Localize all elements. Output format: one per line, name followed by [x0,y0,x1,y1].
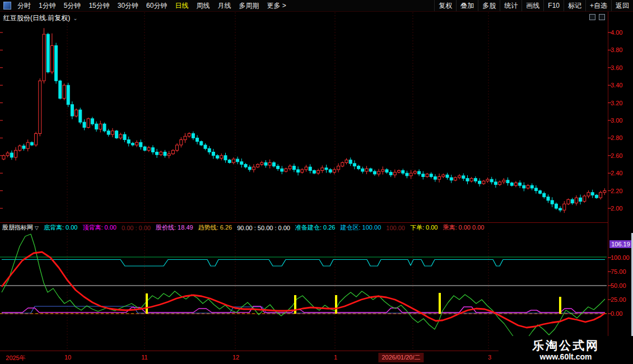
watermark: 乐淘公式网 www.60lt.com [499,336,633,364]
menu-item[interactable]: 15分钟 [85,0,113,11]
indicator-name[interactable]: 股朋指标网 ▽ [2,223,39,232]
date-label: 12 [232,354,239,361]
app-icon[interactable] [3,2,11,10]
menu-item[interactable]: 多周期 [235,0,263,11]
chart-title-row: 红豆股份(日线.前复权) ⌄ [3,13,78,23]
menu-item[interactable]: 5分钟 [60,0,85,11]
menu-item[interactable]: 画线 [522,0,543,11]
indicator-value: 建仓区: 100.00 [341,223,381,232]
indicator-name-label: 股朋指标网 [2,223,33,232]
menu-item[interactable]: 30分钟 [114,0,142,11]
menu-item[interactable]: 返回 [611,0,633,11]
indicator-value: 股价线: 18.49 [156,223,193,232]
indicator-header: 股朋指标网 ▽ 底背离: 0.00顶背离: 0.000.00 : 0.00股价线… [2,223,606,232]
indicator-value: 趋势线: 6.26 [198,223,232,232]
watermark-site-name: 乐淘公式网 [532,339,599,352]
menu-item[interactable]: 日线 [171,0,192,11]
menu-item[interactable]: 月线 [213,0,235,11]
indicator-axis: 106.19 100.0075.0050.0025.000.00 [609,0,633,364]
indicator-value: 底背离: 0.00 [44,223,78,232]
menu-item[interactable]: 复权 [434,0,456,11]
menu-item[interactable]: 统计 [500,0,522,11]
date-label: 11 [141,354,147,361]
date-label: 3 [488,354,491,361]
menu-item[interactable]: 1分钟 [35,0,60,11]
indicator-value: 下单: 0.00 [410,223,438,232]
indicator-value: 100.00 [386,225,405,231]
date-label: 1 [334,354,337,361]
pane-icons [589,14,605,20]
date-label: 2025年 [6,354,25,362]
indicator-axis-label: 25.00 [611,296,626,303]
menu-item[interactable]: 60分钟 [142,0,171,11]
chevron-down-icon[interactable]: ⌄ [73,15,77,21]
menu-item[interactable]: 叠加 [456,0,478,11]
menu-item[interactable]: 分时 [13,0,35,11]
indicator-value: 90.00 : 50.00 : 0.00 [237,225,290,231]
menu-item[interactable]: F10 [543,0,564,11]
menu-item[interactable]: 标记 [564,0,585,11]
indicator-value: 顶背离: 0.00 [82,223,117,232]
indicator-axis-label: 50.00 [611,282,626,289]
indicator-axis-label: 0.00 [611,310,622,317]
menu-left-group: 分时1分钟5分钟15分钟30分钟60分钟日线周线月线多周期更多 > [0,0,290,11]
indicator-value: 0.00 : 0.00 [122,225,151,231]
pane-maximize-icon[interactable] [589,14,595,20]
menu-item[interactable]: 周线 [192,0,213,11]
chart-title: 红豆股份(日线.前复权) [3,13,70,23]
indicator-current-badge: 106.19 [609,240,632,248]
menu-item[interactable]: +自选 [585,0,611,11]
watermark-site-url: www.60lt.com [540,352,592,361]
triangle-down-icon: ▽ [35,225,39,231]
indicator-axis-label: 100.00 [611,254,630,261]
menu-item[interactable]: 多股 [478,0,500,11]
menubar: 分时1分钟5分钟15分钟30分钟60分钟日线周线月线多周期更多 > 复权叠加多股… [0,0,633,12]
indicator-value: 乘离: 0.00 0.00 [443,223,484,232]
indicator-value: 准备建仓: 0.26 [295,223,336,232]
pane-switch-icon[interactable] [599,14,605,20]
menu-item[interactable]: 更多 > [263,0,290,11]
chart-canvas[interactable] [0,0,633,364]
indicator-axis-label: 75.00 [611,268,626,275]
date-label: 10 [64,354,71,361]
date-label: 2026/01/20/二 [378,353,423,362]
menu-right-group: 复权叠加多股统计画线F10标记+自选返回 [434,0,633,11]
